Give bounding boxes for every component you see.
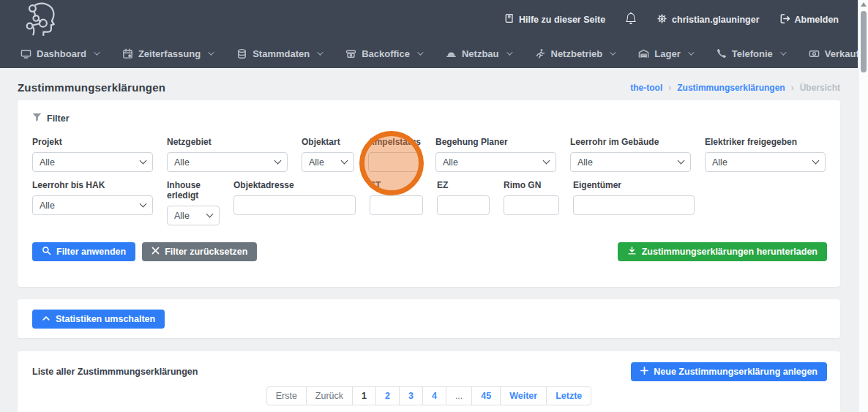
- filter-field-leerrohr-gebaeude: Leerrohr im Gebäude Alle: [570, 137, 691, 172]
- st-input[interactable]: [370, 195, 423, 215]
- menu-label: Telefonie: [732, 48, 773, 59]
- rimo-gn-input[interactable]: [504, 195, 559, 215]
- x-icon: [151, 247, 160, 257]
- vertical-scrollbar[interactable]: [858, 0, 868, 412]
- download-icon: [627, 246, 637, 258]
- notifications-button[interactable]: [625, 12, 637, 26]
- app-logo[interactable]: [19, 1, 63, 39]
- begehung-planer-select-wrap: Alle: [435, 152, 556, 172]
- funnel-icon: [32, 113, 42, 124]
- pagination-next[interactable]: Weiter: [500, 386, 547, 405]
- pagination-page-1[interactable]: 1: [352, 386, 376, 405]
- statistics-panel: Statistiken umschalten: [18, 299, 840, 338]
- menu-item-zeiterfassung[interactable]: Zeiterfassung: [122, 48, 212, 59]
- main-menu: Dashboard Zeiterfassung Stammdaten: [0, 39, 868, 68]
- retro-phone-icon: [345, 48, 356, 59]
- phone-handset-icon: [717, 48, 727, 59]
- projekt-select[interactable]: Alle: [32, 152, 153, 172]
- topbar-right: Hilfe zu dieser Seite christian.: [504, 12, 839, 26]
- apply-filter-label: Filter anwenden: [56, 247, 126, 257]
- topbar: Hilfe zu dieser Seite christian.: [0, 0, 868, 39]
- filter-field-begehung-planer: Begehung Planer Alle: [435, 137, 556, 172]
- apply-filter-button[interactable]: Filter anwenden: [32, 242, 135, 261]
- field-label: Projekt: [32, 137, 153, 147]
- netzgebiet-select[interactable]: Alle: [167, 152, 288, 172]
- field-label: Begehung Planer: [435, 137, 556, 147]
- reset-filter-button[interactable]: Filter zurücksetzen: [142, 242, 257, 261]
- chevron-down-icon: [94, 49, 100, 55]
- pagination-page-45[interactable]: 45: [471, 386, 501, 405]
- filter-field-eigentuemer: Eigentümer: [573, 180, 695, 215]
- menu-label: Netzbau: [462, 48, 499, 59]
- menu-item-backoffice[interactable]: Backoffice: [345, 48, 422, 59]
- download-declarations-button[interactable]: Zustimmungserklärungen herunterladen: [618, 242, 827, 261]
- filter-field-elektriker: Elektriker freigegeben Alle: [705, 137, 826, 172]
- objektadresse-input[interactable]: [233, 195, 356, 215]
- filter-panel-header: Filter: [18, 100, 840, 124]
- head-network-logo-icon: [19, 1, 63, 39]
- logout-button[interactable]: Abmelden: [779, 13, 839, 26]
- scrollbar-up-arrow-icon[interactable]: [861, 2, 867, 7]
- elektriker-select[interactable]: Alle: [705, 152, 826, 172]
- leerrohr-hak-select[interactable]: Alle: [32, 195, 153, 215]
- download-declarations-label: Zustimmungserklärungen herunterladen: [642, 247, 818, 257]
- pagination-page-3[interactable]: 3: [399, 386, 423, 405]
- breadcrumb-section-link[interactable]: Zustimmungserklärungen: [677, 83, 785, 93]
- filter-field-objektart: Objektart Alle: [302, 137, 354, 172]
- field-label: Ampelstatus: [368, 137, 422, 147]
- filter-panel: Filter Projekt Alle Netzgebiet Alle Obje…: [18, 100, 840, 287]
- objektart-select[interactable]: Alle: [302, 152, 354, 172]
- pagination-prev[interactable]: Zurück: [306, 386, 353, 405]
- scrollbar-thumb[interactable]: [861, 11, 867, 72]
- menu-item-netzbau[interactable]: Netzbau: [446, 48, 511, 59]
- leerrohr-hak-select-wrap: Alle: [32, 195, 153, 215]
- help-link[interactable]: Hilfe zu dieser Seite: [504, 13, 605, 26]
- pagination-page-2[interactable]: 2: [375, 386, 400, 405]
- filter-header-label: Filter: [47, 113, 70, 124]
- menu-item-lager[interactable]: Lager: [638, 48, 692, 59]
- pagination-first[interactable]: Erste: [266, 386, 307, 405]
- menu-item-stammdaten[interactable]: Stammdaten: [236, 48, 321, 59]
- user-settings-link[interactable]: christian.glauninger: [656, 13, 759, 26]
- toggle-statistics-label: Statistiken umschalten: [56, 314, 155, 324]
- warehouse-icon: [638, 48, 649, 59]
- leerrohr-gebaeude-select[interactable]: Alle: [570, 152, 691, 172]
- plus-icon: [640, 367, 648, 377]
- book-icon: [504, 13, 515, 26]
- begehung-planer-select[interactable]: Alle: [435, 152, 556, 172]
- breadcrumb-current: Übersicht: [800, 83, 840, 93]
- field-label: Objektart: [302, 137, 354, 147]
- ez-input[interactable]: [437, 195, 490, 215]
- new-declaration-button[interactable]: Neue Zustimmungserklärung anlegen: [631, 362, 827, 381]
- reset-filter-label: Filter zurücksetzen: [165, 247, 247, 257]
- menu-label: Lager: [654, 48, 680, 59]
- field-label: Inhouse erledigt: [167, 180, 220, 201]
- database-icon: [236, 48, 247, 59]
- inhouse-erledigt-select[interactable]: Alle: [167, 206, 220, 225]
- eigentuemer-input[interactable]: [573, 195, 695, 215]
- chevron-down-icon: [688, 49, 694, 55]
- breadcrumb: the-tool › Zustimmungserklärungen › Über…: [630, 83, 840, 93]
- field-label: ST: [370, 180, 423, 190]
- breadcrumb-root-link[interactable]: the-tool: [630, 83, 662, 93]
- toggle-statistics-button[interactable]: Statistiken umschalten: [32, 310, 165, 329]
- declarations-list-panel: Liste aller Zustimmmungserklärungen Neue…: [18, 351, 840, 412]
- filter-field-ampelstatus: Ampelstatus: [368, 137, 422, 172]
- menu-item-dashboard[interactable]: Dashboard: [20, 48, 98, 59]
- navbar: Hilfe zu dieser Seite christian.: [0, 0, 868, 68]
- chevron-up-icon: [42, 314, 50, 325]
- leerrohr-gebaeude-select-wrap: Alle: [570, 152, 691, 172]
- search-icon: [42, 246, 51, 258]
- banknote-icon: [809, 48, 820, 59]
- menu-label: Verkauf: [825, 48, 859, 59]
- bell-icon: [625, 12, 637, 26]
- menu-item-netzbetrieb[interactable]: Netzbetrieb: [535, 48, 615, 59]
- menu-item-telefonie[interactable]: Telefonie: [717, 48, 785, 59]
- pagination-last[interactable]: Letzte: [546, 386, 591, 405]
- chevron-down-icon: [417, 49, 423, 55]
- calendar-clock-icon: [122, 48, 133, 59]
- field-label: Elektriker freigegeben: [705, 137, 826, 147]
- filter-field-leerrohr-hak: Leerrohr bis HAK Alle: [32, 180, 153, 215]
- pagination-page-4[interactable]: 4: [422, 386, 446, 405]
- ampelstatus-field[interactable]: [368, 152, 422, 172]
